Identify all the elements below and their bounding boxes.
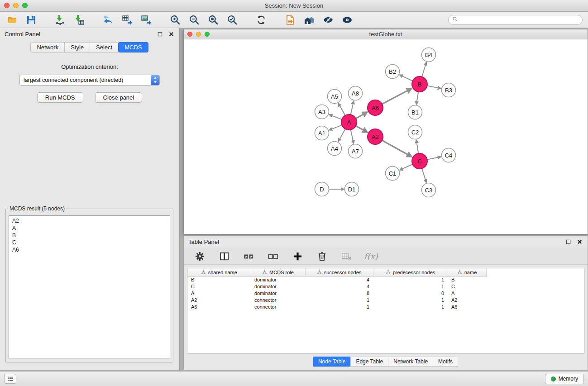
close-panel-button[interactable]: Close panel bbox=[95, 92, 143, 103]
table-cell[interactable]: 1 bbox=[373, 283, 448, 290]
table-cell[interactable]: A6 bbox=[448, 304, 486, 310]
table-cell[interactable]: dominator bbox=[251, 290, 305, 297]
deselect-all-button[interactable] bbox=[266, 250, 280, 262]
table-cell[interactable]: dominator bbox=[251, 283, 305, 290]
table-tab-motifs[interactable]: Motifs bbox=[433, 357, 458, 367]
graph-edge-C-C4[interactable] bbox=[427, 157, 439, 160]
table-cell[interactable]: 1 bbox=[373, 297, 448, 304]
network-maximize-button[interactable] bbox=[205, 32, 210, 37]
graph-node-C2[interactable]: C2 bbox=[408, 125, 422, 139]
column-header-predecessor-nodes[interactable]: predecessor nodes bbox=[373, 268, 448, 276]
export-table-button[interactable] bbox=[120, 14, 134, 26]
table-cell[interactable]: connector bbox=[251, 304, 305, 310]
graph-edge-A-A1[interactable] bbox=[331, 125, 342, 129]
table-cell[interactable]: connector bbox=[251, 297, 305, 304]
table-cell[interactable]: A bbox=[187, 290, 251, 297]
close-window-button[interactable] bbox=[4, 3, 10, 8]
mcds-result-item[interactable]: C bbox=[12, 239, 167, 246]
graph-edge-A-A3[interactable] bbox=[331, 115, 342, 119]
graph-node-A4[interactable]: A4 bbox=[328, 142, 342, 156]
graph-node-B2[interactable]: B2 bbox=[386, 65, 400, 79]
table-tab-edge-table[interactable]: Edge Table bbox=[350, 357, 388, 367]
control-tab-select[interactable]: Select bbox=[90, 42, 119, 52]
table-cell[interactable]: 1 bbox=[305, 297, 373, 304]
zoom-out-button[interactable] bbox=[187, 14, 201, 26]
column-header-mcds-role[interactable]: MCDS role bbox=[251, 268, 305, 276]
search-input[interactable] bbox=[460, 17, 578, 23]
close-panel-icon[interactable] bbox=[167, 30, 175, 38]
task-history-icon[interactable] bbox=[4, 374, 16, 384]
graph-edge-A-A5[interactable] bbox=[339, 105, 345, 115]
add-row-button[interactable] bbox=[291, 250, 304, 262]
control-tab-network[interactable]: Network bbox=[30, 42, 65, 52]
control-tab-mcds[interactable]: MCDS bbox=[118, 42, 148, 52]
mcds-result-list[interactable]: A2ABCA6 bbox=[9, 215, 170, 358]
table-row[interactable]: Cdominator41C bbox=[187, 283, 486, 290]
table-cell[interactable]: C bbox=[187, 283, 251, 290]
graph-node-B3[interactable]: B3 bbox=[442, 83, 456, 97]
graph-edge-C-C2[interactable] bbox=[417, 142, 419, 153]
graph-edge-A-A6[interactable] bbox=[356, 114, 364, 119]
graph-node-B1[interactable]: B1 bbox=[408, 105, 422, 119]
graph-edge-B-B1[interactable] bbox=[417, 92, 419, 102]
graph-node-A5[interactable]: A5 bbox=[328, 90, 342, 104]
graph-edge-B-B3[interactable] bbox=[427, 86, 439, 88]
table-cell[interactable]: 4 bbox=[305, 283, 373, 290]
home-button[interactable] bbox=[302, 14, 316, 26]
settings-gear-button[interactable] bbox=[193, 250, 206, 262]
run-mcds-button[interactable]: Run MCDS bbox=[37, 92, 83, 103]
table-row[interactable]: A2connector11A2 bbox=[187, 297, 486, 304]
graph-node-A1[interactable]: A1 bbox=[315, 126, 329, 140]
mcds-result-item[interactable]: A2 bbox=[12, 217, 167, 224]
graph-edge-B-B4[interactable] bbox=[422, 65, 425, 77]
function-builder-icon[interactable]: f(x) bbox=[364, 252, 378, 261]
mcds-result-item[interactable]: A bbox=[12, 224, 167, 232]
graph-node-A8[interactable]: A8 bbox=[349, 86, 363, 100]
table-cell[interactable]: 0 bbox=[373, 290, 448, 297]
table-cell[interactable]: A2 bbox=[448, 297, 486, 304]
refresh-button[interactable] bbox=[254, 14, 268, 26]
table-close-panel-icon[interactable] bbox=[576, 238, 583, 245]
table-cell[interactable]: 1 bbox=[373, 276, 448, 283]
graph-node-A[interactable]: A bbox=[341, 114, 357, 130]
graph-node-C[interactable]: C bbox=[412, 153, 427, 169]
optimization-criterion-select[interactable]: largest connected component (directed) bbox=[19, 75, 160, 86]
graph-node-C1[interactable]: C1 bbox=[386, 167, 400, 181]
graph-node-B4[interactable]: B4 bbox=[422, 48, 436, 62]
memory-button[interactable]: Memory bbox=[545, 374, 584, 384]
column-visibility-button[interactable] bbox=[217, 250, 231, 262]
open-session-button[interactable] bbox=[5, 14, 19, 26]
zoom-selected-button[interactable] bbox=[225, 14, 239, 26]
network-file-button[interactable] bbox=[283, 14, 297, 26]
graph-node-C3[interactable]: C3 bbox=[422, 183, 436, 197]
table-cell[interactable]: dominator bbox=[251, 276, 305, 283]
search-box[interactable] bbox=[448, 15, 583, 25]
import-table-button[interactable] bbox=[72, 14, 86, 26]
table-cell[interactable]: B bbox=[448, 276, 486, 283]
table-tab-node-table[interactable]: Node Table bbox=[313, 357, 351, 367]
delete-row-button[interactable] bbox=[315, 250, 329, 262]
control-tab-style[interactable]: Style bbox=[64, 42, 90, 52]
table-row[interactable]: Bdominator41B bbox=[187, 276, 486, 283]
graph-node-A2[interactable]: A2 bbox=[368, 129, 383, 144]
graph-edge-A-A7[interactable] bbox=[351, 130, 354, 141]
table-cell[interactable]: C bbox=[448, 283, 486, 290]
maximize-window-button[interactable] bbox=[22, 3, 28, 8]
export-network-button[interactable] bbox=[101, 14, 115, 26]
minimize-window-button[interactable] bbox=[13, 3, 19, 8]
table-cell[interactable]: A bbox=[448, 290, 486, 297]
table-tab-network-table[interactable]: Network Table bbox=[388, 357, 433, 367]
zoom-fit-button[interactable] bbox=[206, 14, 220, 26]
graph-node-D1[interactable]: D1 bbox=[345, 182, 359, 196]
graph-node-A3[interactable]: A3 bbox=[315, 105, 329, 119]
table-cell[interactable]: A2 bbox=[187, 297, 251, 304]
graph-edge-C-C3[interactable] bbox=[422, 168, 425, 180]
graph-node-A6[interactable]: A6 bbox=[368, 100, 383, 115]
network-close-button[interactable] bbox=[187, 32, 192, 37]
table-cell[interactable]: A6 bbox=[187, 304, 251, 310]
graph-node-B[interactable]: B bbox=[412, 76, 427, 92]
table-cell[interactable]: 1 bbox=[305, 304, 373, 310]
delete-table-button[interactable] bbox=[339, 250, 353, 262]
column-header-successor-nodes[interactable]: successor nodes bbox=[305, 268, 373, 276]
graph-node-D[interactable]: D bbox=[315, 182, 329, 196]
